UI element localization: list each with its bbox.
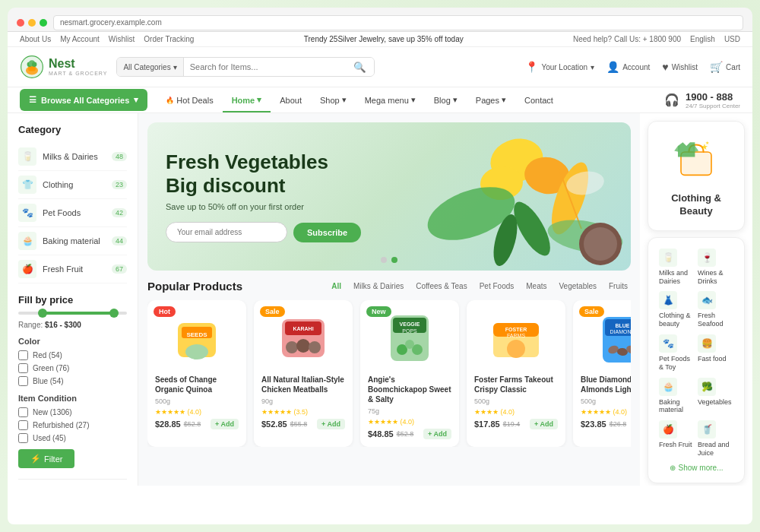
language-select[interactable]: English xyxy=(690,35,715,43)
product-price-new: $52.85 xyxy=(261,420,287,429)
svg-text:BLUE: BLUE xyxy=(615,323,629,328)
currency-select[interactable]: USD xyxy=(724,35,740,43)
nav-items: 🔥 Hot Deals Home ▾ About Shop ▾ Mega men… xyxy=(157,87,562,112)
subscribe-button[interactable]: Subscribe xyxy=(293,223,361,242)
close-dot[interactable] xyxy=(17,19,24,27)
hero-subtitle: Save up to 50% off on your first order xyxy=(166,202,613,211)
right-category-item[interactable]: 🐾 Pet Foods & Toy xyxy=(659,334,695,372)
search-input[interactable] xyxy=(184,58,347,76)
add-to-cart-button[interactable]: + Add xyxy=(530,419,558,429)
product-price-row: $48.85 $52.8 + Add xyxy=(368,429,451,439)
filter-tab[interactable]: All xyxy=(328,280,344,292)
color-blue-checkbox[interactable] xyxy=(18,376,28,386)
filter-tab[interactable]: Meats xyxy=(523,280,549,292)
price-range-thumb-right[interactable] xyxy=(109,309,119,318)
right-category-item[interactable]: 🍷 Wines & Drinks xyxy=(698,249,733,286)
account-action[interactable]: 👤 Account xyxy=(606,61,650,73)
svg-text:SEEDS: SEEDS xyxy=(186,331,207,338)
right-category-item[interactable]: 🥛 Milks and Dairies xyxy=(659,249,695,286)
right-category-item[interactable]: 👗 Clothing & beauty xyxy=(659,291,695,328)
nav-about[interactable]: About xyxy=(271,88,311,112)
color-green-checkbox[interactable] xyxy=(18,363,28,373)
condition-used: Used (45) xyxy=(18,433,127,443)
product-price-row: $17.85 $19.4 + Add xyxy=(474,419,558,429)
filter-tab[interactable]: Vegetables xyxy=(556,280,600,292)
color-red-checkbox[interactable] xyxy=(18,350,28,360)
right-category-item[interactable]: 🧁 Baking material xyxy=(659,378,695,415)
top-bar-right: Need help? Call Us: + 1800 900 English U… xyxy=(573,35,740,43)
account-link[interactable]: My Account xyxy=(60,35,100,43)
heart-icon: ♥ xyxy=(662,61,668,73)
category-title: Category xyxy=(18,124,127,135)
add-to-cart-button[interactable]: + Add xyxy=(423,429,451,439)
add-to-cart-button[interactable]: + Add xyxy=(211,419,239,429)
add-to-cart-button[interactable]: + Add xyxy=(317,419,345,429)
minimize-dot[interactable] xyxy=(28,19,36,27)
sidebar-category-item[interactable]: 🥛 Milks & Dairies 48 xyxy=(18,143,127,171)
browse-all-button[interactable]: ☰ Browse All Categories ▾ xyxy=(20,89,147,111)
search-category-dropdown[interactable]: All Categories ▾ xyxy=(117,58,183,76)
filter-tab[interactable]: Fruits xyxy=(606,280,631,292)
popular-products-title: Popular Products xyxy=(147,280,242,293)
sidebar-category-item[interactable]: 🍎 Fresh Fruit 67 xyxy=(18,255,127,283)
right-category-item[interactable]: 🥦 Vegetables xyxy=(698,378,733,415)
right-category-item[interactable]: 🍔 Fast food xyxy=(698,334,733,372)
logo-icon xyxy=(20,55,44,79)
svg-point-29 xyxy=(185,344,208,359)
nav-contact[interactable]: Contact xyxy=(515,88,562,112)
nav-mega-menu[interactable]: Mega menu ▾ xyxy=(356,87,425,112)
search-button[interactable]: 🔍 xyxy=(346,58,374,76)
svg-text:VEGGIE: VEGGIE xyxy=(400,321,420,327)
product-price-old: $55.8 xyxy=(290,420,308,428)
right-category-item[interactable]: 🐟 Fresh Seafood xyxy=(698,291,733,328)
product-badge: Sale xyxy=(579,306,604,317)
product-card: New VEGGIEPOPS Angie's Boomchickapop Swe… xyxy=(360,300,459,447)
nav-home[interactable]: Home ▾ xyxy=(223,87,271,112)
right-category-item[interactable]: 🥤 Bread and Juice xyxy=(698,420,733,458)
nav-pages[interactable]: Pages ▾ xyxy=(467,87,515,112)
color-red: Red (54) xyxy=(18,350,127,360)
hero-content: Fresh Vegetables Big discount Save up to… xyxy=(147,132,631,261)
filter-tab[interactable]: Milks & Dairies xyxy=(350,280,407,292)
logo[interactable]: Nest MART & GROCERY xyxy=(20,55,107,79)
product-rating: ★★★★ (4.0) xyxy=(474,408,558,416)
browser-url[interactable]: nesmart.grocery.example.com xyxy=(53,15,743,30)
condition-refurbished: Refurbished (27) xyxy=(18,420,127,430)
nav-shop[interactable]: Shop ▾ xyxy=(311,87,356,112)
condition-filter-title: Item Condition xyxy=(18,394,127,403)
promo-text: Trendy 25Silver Jewelry, save up 35% off… xyxy=(304,35,464,43)
order-tracking-link[interactable]: Order Tracking xyxy=(144,35,194,43)
wishlist-action[interactable]: ♥ Wishlist xyxy=(662,61,698,73)
right-category-item[interactable]: 🍎 Fresh Fruit xyxy=(659,420,695,458)
product-name: Angie's Boomchickapop Sweet & Salty xyxy=(368,375,451,404)
svg-text:★: ★ xyxy=(705,140,709,145)
wishlist-link[interactable]: Wishlist xyxy=(109,35,135,43)
cart-action[interactable]: 🛒 Cart xyxy=(710,61,740,73)
show-more-button[interactable]: ⊕ Show more... xyxy=(659,464,733,472)
nav-blog[interactable]: Blog ▾ xyxy=(425,87,467,112)
location-icon: 📍 xyxy=(525,61,538,73)
sidebar-category-item[interactable]: 👕 Clothing 23 xyxy=(18,171,127,199)
maximize-dot[interactable] xyxy=(40,19,47,27)
product-price-new: $23.85 xyxy=(581,420,606,429)
about-link[interactable]: About Us xyxy=(20,35,51,43)
filter-tab[interactable]: Pet Foods xyxy=(477,280,518,292)
condition-refurbished-checkbox[interactable] xyxy=(18,420,28,430)
hero-email-input[interactable] xyxy=(166,222,287,242)
location-action[interactable]: 📍 Your Location ▾ xyxy=(525,61,594,73)
price-range-fill xyxy=(40,312,116,315)
top-bar-links: About Us My Account Wishlist Order Track… xyxy=(20,35,194,43)
product-card: Sale BLUEDIAMOND Blue Diamond Almonds Li… xyxy=(573,300,631,447)
product-card: Hot SEEDS Seeds of Change Organic Quinoa… xyxy=(147,300,246,447)
clothing-beauty-card[interactable]: ★ ★ Clothing &Beauty xyxy=(648,121,745,231)
condition-new-checkbox[interactable] xyxy=(18,407,28,417)
sidebar-category-item[interactable]: 🐾 Pet Foods 42 xyxy=(18,199,127,227)
filter-tab[interactable]: Coffees & Teas xyxy=(413,280,470,292)
nav-hot-deals[interactable]: 🔥 Hot Deals xyxy=(157,88,222,112)
price-range-bar[interactable] xyxy=(18,312,127,315)
sidebar-category-item[interactable]: 🧁 Baking material 44 xyxy=(18,227,127,255)
filter-button[interactable]: ⚡ Filter xyxy=(18,449,74,468)
price-range-thumb-left[interactable] xyxy=(38,309,47,318)
condition-used-checkbox[interactable] xyxy=(18,433,28,443)
product-image: KARAHI xyxy=(273,308,334,369)
